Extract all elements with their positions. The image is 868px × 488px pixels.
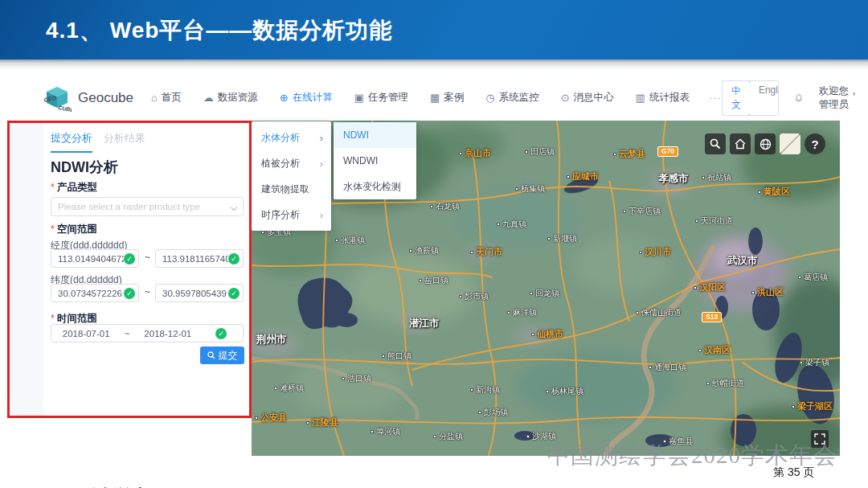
- home-icon[interactable]: [730, 133, 751, 154]
- nav-item-案例[interactable]: ▦案例: [430, 91, 464, 105]
- menu-item-水体分析[interactable]: 水体分析›: [252, 125, 331, 150]
- nav-item-统计报表[interactable]: ▥统计报表: [636, 91, 690, 105]
- monitor-icon: ◷: [485, 92, 494, 104]
- compute-icon: ⊕: [280, 92, 289, 104]
- webpage-screenshot: GEO CUBE Geocube ⌂首页☁数据资源⊕在线计算▣任务管理▦案例◷系…: [0, 71, 868, 466]
- slide: 4.1、 Web平台——数据分析功能 GEO CUBE Geocube ⌂首页☁…: [0, 0, 868, 488]
- annotation-callout: 分析输入: [84, 485, 151, 488]
- nav-item-消息中心[interactable]: ⊙消息中心: [561, 91, 614, 105]
- top-navbar: GEO CUBE Geocube ⌂首页☁数据资源⊕在线计算▣任务管理▦案例◷系…: [0, 76, 868, 119]
- submenu-arrow-icon: ›: [320, 158, 323, 170]
- content-area: 京山市田店镇云梦县应城市孝感市祝站镇黄陂区杨集镇石龙镇九真镇下辛店镇新堰镇天河街…: [0, 121, 868, 466]
- geocube-logo-icon: GEO CUBE: [43, 84, 72, 112]
- select-placeholder: Please select a raster product type: [58, 202, 200, 211]
- help-icon[interactable]: ?: [805, 133, 825, 154]
- nav-item-任务管理[interactable]: ▣任务管理: [354, 91, 408, 105]
- date-end: 2018-12-01: [144, 329, 191, 338]
- date-range-input[interactable]: 2018-07-01 ~ 2018-12-01 ✓: [51, 324, 244, 342]
- submenu-arrow-icon: ›: [320, 209, 323, 221]
- tab-submit-analysis[interactable]: 提交分析: [51, 131, 92, 153]
- panel-tabs: 提交分析 分析结果: [51, 131, 145, 153]
- valid-check-icon: ✓: [215, 328, 227, 339]
- longitude-max-input[interactable]: 113.9181165740✓: [155, 249, 244, 268]
- lang-en-button[interactable]: English: [750, 81, 779, 115]
- product-type-select[interactable]: Please select a raster product type: [51, 197, 244, 216]
- water-analysis-submenu: NDWIWNDWI水体变化检测: [334, 122, 416, 199]
- submenu-item-WNDWI[interactable]: WNDWI: [334, 148, 416, 174]
- menu-item-植被分析[interactable]: 植被分析›: [252, 150, 331, 176]
- analysis-title: NDWI分析: [51, 158, 118, 177]
- nav-item-首页[interactable]: ⌂首页: [151, 91, 182, 105]
- range-tilde: ~: [145, 286, 150, 297]
- nav-more-button[interactable]: ···: [709, 92, 722, 104]
- range-tilde: ~: [145, 252, 150, 263]
- menu-item-时序分析[interactable]: 时序分析›: [252, 202, 331, 228]
- slide-header: 4.1、 Web平台——数据分析功能: [0, 0, 868, 59]
- cloud-icon: ☁: [203, 92, 214, 104]
- nav-item-数据资源[interactable]: ☁数据资源: [203, 91, 258, 105]
- language-toggle: 中文 English: [722, 80, 779, 116]
- valid-check-icon: ✓: [124, 253, 135, 265]
- page-number: 第 35 页: [773, 465, 814, 480]
- map-toolbar: ?: [705, 133, 825, 154]
- page-title: 4.1、 Web平台——数据分析功能: [46, 15, 392, 46]
- latitude-min-input[interactable]: 30.0734572226✓: [51, 284, 139, 302]
- valid-check-icon: ✓: [228, 253, 240, 265]
- submenu-item-水体变化检测[interactable]: 水体变化检测: [334, 174, 416, 199]
- tab-analysis-results[interactable]: 分析结果: [104, 131, 145, 153]
- layers-icon[interactable]: [780, 133, 800, 154]
- spatial-range-label: *空间范围: [51, 223, 97, 236]
- search-icon: [207, 351, 215, 359]
- nav-item-系统监控[interactable]: ◷系统监控: [485, 91, 538, 105]
- home-icon: ⌂: [151, 92, 158, 104]
- submenu-item-NDWI[interactable]: NDWI: [334, 122, 416, 148]
- latitude-max-input[interactable]: 30.9597805439✓: [155, 284, 244, 302]
- brand-name: Geocube: [78, 90, 133, 106]
- search-icon[interactable]: [705, 133, 726, 154]
- task-icon: ▣: [354, 92, 364, 104]
- brand[interactable]: GEO CUBE Geocube: [43, 84, 133, 112]
- svg-text:CUBE: CUBE: [58, 105, 72, 112]
- globe-icon[interactable]: [755, 133, 776, 154]
- range-tilde: ~: [125, 329, 130, 338]
- submenu-arrow-icon: ›: [320, 132, 323, 144]
- report-icon: ▥: [636, 92, 645, 104]
- analysis-menu: 水体分析›植被分析›建筑物提取时序分析›: [252, 121, 331, 231]
- longitude-min-input[interactable]: 113.0149404672✓: [51, 249, 139, 268]
- product-type-label: *产品类型: [51, 181, 97, 195]
- case-icon: ▦: [430, 92, 440, 104]
- header-divider: [0, 59, 868, 71]
- date-start: 2018-07-01: [63, 329, 110, 338]
- page-gutter: [9, 122, 43, 416]
- required-asterisk: *: [51, 182, 55, 193]
- chevron-down-icon: [231, 204, 237, 211]
- welcome-text: 欢迎您，管理员: [819, 84, 864, 112]
- message-icon: ⊙: [561, 92, 570, 104]
- valid-check-icon: ✓: [124, 288, 135, 299]
- bell-icon[interactable]: [795, 92, 803, 105]
- menu-item-建筑物提取[interactable]: 建筑物提取: [252, 176, 331, 202]
- nav-right: 中文 English 欢迎您，管理员: [722, 80, 864, 116]
- analysis-panel: 提交分析 分析结果 NDWI分析 *产品类型 Please select a r…: [43, 121, 249, 458]
- nav-items: ⌂首页☁数据资源⊕在线计算▣任务管理▦案例◷系统监控⊙消息中心▥统计报表: [151, 91, 690, 105]
- submit-button[interactable]: 提交: [200, 347, 244, 364]
- nav-item-在线计算[interactable]: ⊕在线计算: [280, 91, 333, 105]
- valid-check-icon: ✓: [228, 288, 240, 299]
- lang-zh-button[interactable]: 中文: [722, 80, 751, 116]
